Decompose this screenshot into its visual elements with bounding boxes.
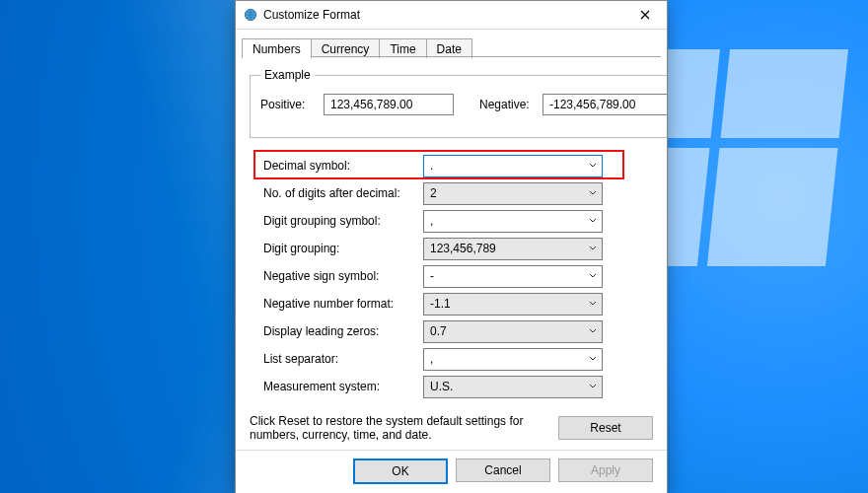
customize-format-dialog: Customize Format Numbers Currency Time D… bbox=[235, 0, 668, 493]
tab-date[interactable]: Date bbox=[426, 38, 472, 58]
row-digits-after-decimal: No. of digits after decimal: 2 bbox=[263, 181, 653, 205]
label-digit-grouping: Digit grouping: bbox=[263, 242, 423, 255]
globe-icon bbox=[244, 8, 257, 22]
reset-button[interactable]: Reset bbox=[558, 416, 653, 440]
chevron-down-icon bbox=[584, 272, 602, 280]
row-negative-number-format: Negative number format: -1.1 bbox=[263, 292, 653, 316]
positive-example: 123,456,789.00 bbox=[324, 94, 454, 115]
combo-measurement-system[interactable]: U.S. bbox=[423, 376, 603, 398]
tab-panel-numbers: Example Positive: 123,456,789.00 Negativ… bbox=[236, 58, 667, 450]
row-digit-grouping-symbol: Digit grouping symbol: , bbox=[263, 209, 653, 233]
example-group: Example Positive: 123,456,789.00 Negativ… bbox=[250, 68, 667, 138]
reset-hint: Click Reset to restore the system defaul… bbox=[250, 414, 541, 442]
cancel-button[interactable]: Cancel bbox=[456, 458, 550, 482]
chevron-down-icon bbox=[584, 355, 602, 363]
negative-label: Negative: bbox=[479, 98, 535, 111]
chevron-down-icon bbox=[584, 327, 602, 335]
close-button[interactable] bbox=[625, 1, 665, 29]
number-settings: Decimal symbol: . No. of digits after de… bbox=[250, 152, 653, 402]
window-title: Customize Format bbox=[263, 8, 360, 22]
chevron-down-icon bbox=[584, 189, 602, 197]
label-digits-after-decimal: No. of digits after decimal: bbox=[263, 186, 423, 200]
label-list-separator: List separator: bbox=[263, 352, 423, 366]
ok-button[interactable]: OK bbox=[353, 458, 448, 484]
row-digit-grouping: Digit grouping: 123,456,789 bbox=[263, 237, 653, 260]
dialog-buttons: OK Cancel Apply bbox=[236, 450, 667, 493]
combo-negative-number-format[interactable]: -1.1 bbox=[423, 293, 603, 316]
chevron-down-icon bbox=[584, 162, 602, 170]
combo-display-leading-zeros[interactable]: 0.7 bbox=[423, 320, 603, 343]
tab-time[interactable]: Time bbox=[379, 38, 426, 58]
label-display-leading-zeros: Display leading zeros: bbox=[263, 324, 423, 338]
row-decimal-symbol: Decimal symbol: . bbox=[263, 154, 653, 177]
tab-strip: Numbers Currency Time Date bbox=[236, 34, 667, 57]
combo-list-separator[interactable]: , bbox=[423, 348, 603, 371]
tab-numbers[interactable]: Numbers bbox=[242, 38, 312, 58]
row-measurement-system: Measurement system: U.S. bbox=[263, 375, 653, 398]
combo-decimal-symbol[interactable]: . bbox=[423, 155, 603, 177]
row-negative-sign-symbol: Negative sign symbol: - bbox=[263, 264, 653, 288]
row-list-separator: List separator: , bbox=[263, 347, 653, 371]
titlebar[interactable]: Customize Format bbox=[236, 1, 667, 30]
row-display-leading-zeros: Display leading zeros: 0.7 bbox=[263, 319, 653, 343]
tab-currency[interactable]: Currency bbox=[311, 38, 381, 58]
combo-negative-sign-symbol[interactable]: - bbox=[423, 265, 603, 288]
chevron-down-icon bbox=[584, 300, 602, 308]
negative-example: -123,456,789.00 bbox=[542, 94, 667, 115]
combo-digits-after-decimal[interactable]: 2 bbox=[423, 182, 603, 205]
label-measurement-system: Measurement system: bbox=[263, 380, 423, 393]
label-negative-number-format: Negative number format: bbox=[263, 297, 423, 311]
combo-digit-grouping-symbol[interactable]: , bbox=[423, 210, 603, 233]
combo-digit-grouping[interactable]: 123,456,789 bbox=[423, 238, 603, 260]
positive-label: Positive: bbox=[260, 98, 316, 111]
label-digit-grouping-symbol: Digit grouping symbol: bbox=[263, 214, 423, 228]
close-icon bbox=[640, 10, 650, 20]
apply-button[interactable]: Apply bbox=[558, 458, 653, 482]
chevron-down-icon bbox=[584, 383, 602, 390]
chevron-down-icon bbox=[584, 217, 602, 225]
example-legend: Example bbox=[260, 68, 315, 82]
chevron-down-icon bbox=[584, 245, 602, 252]
label-negative-sign-symbol: Negative sign symbol: bbox=[263, 269, 423, 283]
label-decimal-symbol: Decimal symbol: bbox=[263, 159, 423, 173]
